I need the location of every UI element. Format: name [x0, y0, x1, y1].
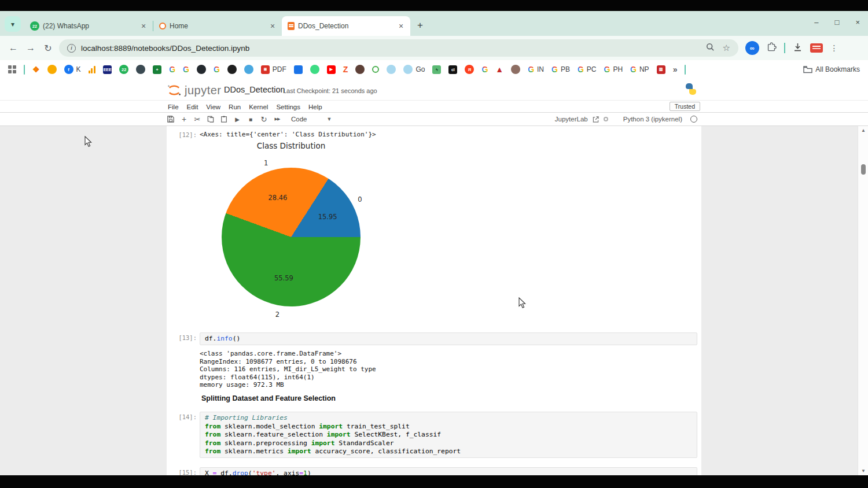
bookmark-item[interactable]: + [153, 65, 161, 74]
bookmark-item[interactable]: ▥ [657, 65, 665, 74]
browser-tab[interactable]: DDos_Detection× [282, 16, 410, 36]
url-text[interactable]: localhost:8889/notebooks/DDos_Detection.… [81, 44, 706, 53]
tab-close-icon[interactable]: × [396, 21, 406, 31]
notebook-title[interactable]: DDos_Detection [224, 85, 285, 94]
new-tab-button[interactable]: + [417, 20, 423, 31]
bookmark-item[interactable]: Go [403, 65, 425, 74]
bookmark-item[interactable] [387, 65, 396, 74]
menu-kernel[interactable]: Kernel [249, 103, 268, 110]
bookmark-item[interactable]: EEE [103, 65, 112, 74]
save-button[interactable] [167, 115, 175, 123]
site-info-icon[interactable]: i [67, 44, 76, 53]
maximize-button[interactable]: □ [835, 18, 840, 27]
extension-red-icon[interactable] [810, 43, 823, 53]
bookmark-item[interactable] [8, 65, 16, 73]
bookmark-item[interactable]: G [481, 65, 488, 74]
bookmark-item[interactable]: GPH [604, 65, 623, 74]
zoom-page-icon[interactable] [706, 43, 715, 54]
bookmark-item[interactable]: Z [343, 65, 348, 74]
menu-help[interactable]: Help [308, 103, 322, 110]
bookmark-star-icon[interactable]: ☆ [723, 43, 730, 53]
restart-run-all-button[interactable]: ▶▶ [273, 115, 281, 123]
refresh-icon[interactable]: ↻ [39, 43, 57, 54]
scroll-down-arrow[interactable]: ▼ [858, 468, 868, 474]
browser-tab[interactable]: Home× [153, 16, 282, 36]
chrome-menu-icon[interactable]: ⋮ [830, 43, 838, 53]
bookmark-item[interactable]: Я [465, 65, 474, 74]
scroll-up-arrow[interactable]: ▲ [858, 128, 868, 133]
bookmark-item[interactable] [244, 65, 253, 74]
extension-blue-icon[interactable]: ∞ [745, 41, 759, 55]
external-link-icon[interactable] [593, 116, 599, 123]
browser-tab[interactable]: 22(22) WhatsApp× [24, 16, 153, 36]
restart-kernel-button[interactable]: ↻ [260, 115, 268, 123]
menu-view[interactable]: View [206, 103, 220, 110]
close-button[interactable]: × [855, 18, 860, 27]
bookmark-item[interactable]: » [673, 65, 678, 74]
stop-kernel-button[interactable]: ■ [247, 115, 255, 123]
bookmark-favicon: ≣ [261, 65, 270, 74]
extensions-puzzle-icon[interactable] [767, 42, 777, 54]
trusted-button[interactable]: Trusted [670, 102, 700, 111]
bookmark-item[interactable]: GIN [528, 65, 544, 74]
bookmark-item[interactable]: cl [448, 65, 457, 74]
bookmark-item[interactable] [197, 65, 206, 74]
kernel-settings-icon[interactable] [604, 117, 608, 121]
scrollbar-thumb[interactable] [861, 164, 866, 175]
bookmark-favicon [244, 65, 253, 74]
bookmark-item[interactable] [47, 65, 57, 74]
bookmark-item[interactable] [310, 65, 319, 74]
google-favicon: G [528, 65, 534, 74]
add-cell-button[interactable]: + [180, 115, 188, 123]
cell-type-chevron-icon[interactable]: ▼ [327, 116, 332, 122]
bookmark-item[interactable] [89, 65, 96, 73]
bookmark-item[interactable]: G [183, 65, 189, 74]
copy-cell-button[interactable] [207, 115, 215, 123]
bookmark-item[interactable]: fK [64, 65, 81, 74]
bookmark-item[interactable]: ≣PDF [261, 65, 286, 74]
tab-search-button[interactable]: ▾ [5, 16, 21, 32]
bookmark-item[interactable]: ϟ [432, 65, 441, 74]
menu-file[interactable]: File [168, 103, 179, 110]
bookmark-item[interactable]: ❖ [32, 65, 40, 74]
code-input-area[interactable]: df.info() [200, 332, 697, 345]
open-in-jupyterlab-link[interactable]: JupyterLab [555, 116, 588, 123]
vertical-scrollbar[interactable]: ▲ ▼ [858, 126, 868, 475]
notebook-cell-chart-output: Class Distribution15.95028.46155.592 [167, 139, 701, 323]
downloads-icon[interactable] [793, 42, 803, 54]
kernel-name[interactable]: Python 3 (ipykernel) [623, 116, 682, 123]
forward-icon[interactable]: → [22, 43, 39, 53]
bookmark-item[interactable]: GNP [630, 65, 649, 74]
bookmark-item[interactable] [227, 65, 237, 74]
jupyter-logo[interactable]: jupyter [167, 83, 222, 98]
cut-cell-button[interactable]: ✂ [193, 115, 201, 123]
tab-close-icon[interactable]: × [268, 21, 277, 31]
menu-settings[interactable]: Settings [276, 103, 300, 110]
menu-edit[interactable]: Edit [187, 103, 198, 110]
tab-close-icon[interactable]: × [139, 21, 148, 31]
paste-cell-button[interactable] [220, 115, 228, 123]
bookmark-item[interactable]: GPB [551, 65, 570, 74]
bookmark-item[interactable] [372, 66, 379, 73]
address-bar[interactable]: i localhost:8889/notebooks/DDos_Detectio… [59, 39, 738, 57]
bookmark-item[interactable]: G [169, 65, 175, 74]
cell-type-select[interactable]: Code [291, 116, 307, 123]
code-input-area[interactable]: X = df.drop('type', axis=1) [200, 467, 697, 475]
minimize-button[interactable]: – [814, 18, 818, 27]
bookmark-item[interactable] [511, 65, 520, 74]
back-icon[interactable]: ← [5, 43, 22, 53]
bookmark-item[interactable] [294, 65, 303, 74]
bookmark-item[interactable]: ▶ [327, 65, 336, 74]
notebook-scroll-area[interactable]: [12]:<Axes: title={'center': 'Class Dist… [0, 126, 868, 475]
bookmark-item[interactable]: G [214, 65, 220, 74]
google-favicon: G [551, 65, 558, 74]
code-input-area[interactable]: # Importing Librariesfrom sklearn.model_… [200, 412, 697, 458]
menu-run[interactable]: Run [229, 103, 241, 110]
all-bookmarks[interactable]: All Bookmarks [803, 65, 860, 73]
bookmark-item[interactable] [136, 65, 145, 74]
bookmark-item[interactable]: GPC [578, 65, 597, 74]
bookmark-item[interactable]: 22 [119, 65, 128, 74]
run-cell-button[interactable]: ▶ [233, 115, 241, 123]
bookmark-item[interactable]: ▲ [495, 65, 503, 74]
bookmark-item[interactable] [355, 65, 365, 74]
